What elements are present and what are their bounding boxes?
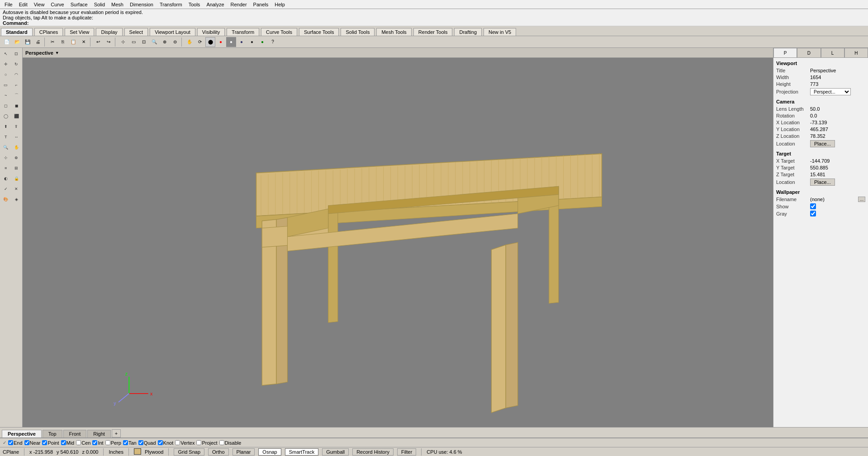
- menu-tools[interactable]: Tools: [186, 1, 203, 8]
- toolbar-cut[interactable]: ✂: [47, 37, 57, 47]
- tab-cplanes[interactable]: CPlanes: [34, 28, 63, 36]
- wp-gray-checkbox[interactable]: [810, 211, 816, 216]
- layer-name[interactable]: Plywood: [145, 449, 164, 455]
- toolbar-copy[interactable]: ⎘: [58, 37, 68, 47]
- rp-tab-help[interactable]: H: [844, 48, 868, 58]
- tab-standard[interactable]: Standard: [1, 28, 33, 36]
- tool-zoom[interactable]: 🔍: [1, 142, 11, 152]
- tool-polyline[interactable]: ⌐: [12, 80, 22, 90]
- toolbar-select[interactable]: ⊹: [118, 37, 128, 47]
- tool-select-arrow[interactable]: ↖: [1, 49, 11, 59]
- viewport-dropdown-icon[interactable]: ▼: [55, 51, 59, 55]
- vp-projection-select[interactable]: Perspect... Parallel: [810, 88, 851, 95]
- tool-x[interactable]: ✕: [12, 184, 22, 194]
- tab-render-tools[interactable]: Render Tools: [413, 28, 453, 36]
- tool-circle[interactable]: ○: [1, 70, 11, 80]
- tab-surface-tools[interactable]: Surface Tools: [299, 28, 339, 36]
- tool-dim[interactable]: ↔: [12, 132, 22, 142]
- tool-sphere[interactable]: ◯: [1, 111, 11, 121]
- menu-transform[interactable]: Transform: [157, 1, 185, 8]
- tool-check[interactable]: ✓: [1, 184, 11, 194]
- tool-box[interactable]: ⬛: [12, 111, 22, 121]
- rp-tab-layers[interactable]: L: [821, 48, 844, 58]
- wp-show-checkbox[interactable]: [810, 203, 816, 209]
- toolbar-pan[interactable]: ✋: [185, 37, 194, 47]
- toolbar-sphere-white[interactable]: ●: [226, 37, 236, 47]
- osnap-btn[interactable]: Osnap: [258, 448, 281, 456]
- tab-mesh-tools[interactable]: Mesh Tools: [376, 28, 411, 36]
- tool-move[interactable]: ✛: [1, 59, 11, 69]
- tool-extrude[interactable]: ⬆: [1, 122, 11, 132]
- menu-solid[interactable]: Solid: [91, 1, 108, 8]
- grid-snap-btn[interactable]: Grid Snap: [174, 448, 204, 456]
- toolbar-save[interactable]: 💾: [23, 37, 33, 47]
- tab-visibility[interactable]: Visibility: [197, 28, 225, 36]
- toolbar-render-preview[interactable]: ⬤: [205, 37, 215, 47]
- tool-solid[interactable]: ◼: [12, 101, 22, 111]
- toolbar-undo[interactable]: ↩: [93, 37, 103, 47]
- toolbar-print[interactable]: 🖨: [33, 37, 43, 47]
- tool-rotate[interactable]: ↻: [12, 59, 22, 69]
- toolbar-open[interactable]: 📂: [12, 37, 22, 47]
- rp-tab-display[interactable]: D: [797, 48, 821, 58]
- tool-snap[interactable]: ⊹: [1, 153, 11, 163]
- menu-mesh[interactable]: Mesh: [109, 1, 126, 8]
- gumball-btn[interactable]: Gumball: [322, 448, 349, 456]
- tool-select-region[interactable]: ⊡: [12, 49, 22, 59]
- vp-tab-top[interactable]: Top: [43, 430, 62, 437]
- tool-loft[interactable]: ⥣: [12, 122, 22, 132]
- menu-panels[interactable]: Panels: [251, 1, 271, 8]
- record-history-btn[interactable]: Record History: [352, 448, 394, 456]
- vp-tab-right[interactable]: Right: [87, 430, 111, 437]
- toolbar-redo[interactable]: ↪: [104, 37, 114, 47]
- toolbar-new[interactable]: 📄: [2, 37, 12, 47]
- menu-curve[interactable]: Curve: [48, 1, 66, 8]
- menu-render[interactable]: Render: [228, 1, 250, 8]
- toolbar-zoom-extents[interactable]: ⊡: [139, 37, 149, 47]
- tab-set-view[interactable]: Set View: [65, 28, 94, 36]
- menu-analyze[interactable]: Analyze: [204, 1, 227, 8]
- 3d-viewport[interactable]: x z y: [23, 58, 773, 427]
- toolbar-sphere-dark[interactable]: ●: [247, 37, 257, 47]
- tool-freeform[interactable]: ~: [1, 90, 11, 100]
- toolbar-help[interactable]: ?: [268, 37, 278, 47]
- viewport-header[interactable]: Perspective ▼: [23, 48, 773, 58]
- vp-tab-front[interactable]: Front: [63, 430, 87, 437]
- toolbar-sphere-green[interactable]: ●: [257, 37, 267, 47]
- toolbar-rotate[interactable]: ⟳: [195, 37, 205, 47]
- vp-tab-perspective[interactable]: Perspective: [2, 430, 42, 437]
- toolbar-delete[interactable]: ✕: [79, 37, 89, 47]
- cam-location-btn[interactable]: Place...: [810, 140, 835, 147]
- rp-tab-properties[interactable]: P: [773, 48, 797, 58]
- menu-view[interactable]: View: [31, 1, 47, 8]
- tool-paint[interactable]: 🎨: [1, 194, 11, 204]
- tab-select[interactable]: Select: [124, 28, 148, 36]
- tool-surface[interactable]: ◻: [1, 101, 11, 111]
- tool-gumball[interactable]: ⊕: [12, 153, 22, 163]
- menu-help[interactable]: Help: [272, 1, 288, 8]
- tool-hide[interactable]: ◐: [1, 174, 11, 183]
- smart-track-btn[interactable]: SmartTrack: [285, 448, 318, 456]
- tgt-location-btn[interactable]: Place...: [810, 179, 835, 186]
- menu-dimension[interactable]: Dimension: [127, 1, 156, 8]
- tab-new-v5[interactable]: New in V5: [484, 28, 516, 36]
- wp-browse-btn[interactable]: …: [858, 197, 865, 202]
- planar-btn[interactable]: Planar: [232, 448, 255, 456]
- menu-surface[interactable]: Surface: [68, 1, 90, 8]
- tool-lock[interactable]: 🔒: [12, 174, 22, 183]
- tool-material[interactable]: ◈: [12, 194, 22, 204]
- ortho-btn[interactable]: Ortho: [208, 448, 229, 456]
- tool-pan-view[interactable]: ✋: [12, 142, 22, 152]
- toolbar-paste[interactable]: 📋: [68, 37, 78, 47]
- toolbar-window-select[interactable]: ▭: [128, 37, 138, 47]
- tool-curve[interactable]: ⌒: [12, 90, 22, 100]
- tab-drafting[interactable]: Drafting: [454, 28, 482, 36]
- tool-arc[interactable]: ◠: [12, 70, 22, 80]
- menu-file[interactable]: File: [2, 1, 15, 8]
- toolbar-zoom-window[interactable]: 🔍: [149, 37, 159, 47]
- tab-solid-tools[interactable]: Solid Tools: [341, 28, 375, 36]
- tab-display[interactable]: Display: [96, 28, 122, 36]
- menu-edit[interactable]: Edit: [16, 1, 30, 8]
- filter-btn[interactable]: Filter: [397, 448, 416, 456]
- tool-rect[interactable]: ▭: [1, 80, 11, 90]
